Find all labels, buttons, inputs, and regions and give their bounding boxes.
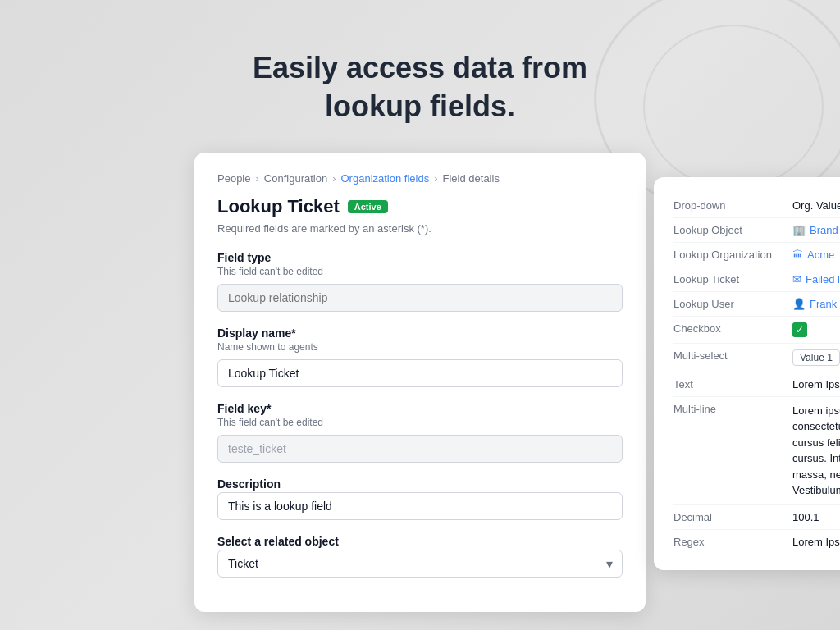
table-row: RegexLorem Ipsum <box>673 529 840 554</box>
field-key-input <box>217 435 623 463</box>
row-value: 100.1 <box>792 504 840 529</box>
building-icon: 🏢 <box>792 224 806 236</box>
table-row: Lookup Object🏢Brand A <box>673 217 840 242</box>
display-name-label: Display name* <box>217 326 623 340</box>
table-row: Decimal100.1 <box>673 504 840 529</box>
hero-title: Easily access data from lookup fields. <box>253 49 587 126</box>
description-label: Description <box>217 477 623 491</box>
required-note: Required fields are marked by an asteris… <box>217 222 623 235</box>
row-label: Multi-line <box>673 396 792 504</box>
ticket-icon: ✉ <box>792 273 801 285</box>
page-content: Easily access data from lookup fields. P… <box>0 0 840 612</box>
table-row: Lookup Organization🏛Acme <box>673 242 840 267</box>
breadcrumb-configuration: Configuration <box>264 172 327 185</box>
field-type-sublabel: This field can't be edited <box>217 266 623 277</box>
breadcrumb-people: People <box>217 172 250 185</box>
row-value: 🏢Brand A <box>792 217 840 242</box>
org-icon: 🏛 <box>792 249 803 261</box>
row-value: 👤Frank Sinatra <box>792 291 840 316</box>
row-label: Text <box>673 372 792 396</box>
row-value: Lorem Ipsum <box>792 529 840 554</box>
field-title-row: Lookup Ticket Active <box>217 196 623 217</box>
display-name-section: Display name* Name shown to agents <box>217 326 623 387</box>
row-value: ✓ <box>792 316 840 343</box>
row-label: Lookup Organization <box>673 242 792 267</box>
field-type-section: Field type This field can't be edited <box>217 251 623 312</box>
breadcrumb-sep-3: › <box>434 172 437 185</box>
row-label: Multi-select <box>673 343 792 372</box>
row-label: Regex <box>673 529 792 554</box>
row-label: Decimal <box>673 504 792 529</box>
row-link[interactable]: 🏛Acme <box>792 249 840 261</box>
breadcrumb-field-details: Field details <box>443 172 500 185</box>
page-title: Lookup Ticket <box>217 196 340 217</box>
description-section: Description <box>217 477 623 520</box>
checkbox-icon: ✓ <box>792 322 807 337</box>
row-value: Value 1Value 2 <box>792 343 840 372</box>
table-row: Lookup User👤Frank Sinatra <box>673 291 840 316</box>
related-object-label: Select a related object <box>217 535 623 548</box>
status-badge: Active <box>348 200 388 213</box>
row-link[interactable]: 🏢Brand A <box>792 224 840 236</box>
breadcrumb-sep-1: › <box>255 172 258 185</box>
field-key-label: Field key* <box>217 402 623 415</box>
row-value: 🏛Acme <box>792 242 840 267</box>
display-name-input[interactable] <box>217 359 623 387</box>
row-label: Lookup User <box>673 291 792 316</box>
display-name-sublabel: Name shown to agents <box>217 341 623 353</box>
table-row: Lookup Ticket✉Failed login on website <box>673 267 840 291</box>
field-type-label: Field type <box>217 251 623 264</box>
table-row: Checkbox✓ <box>673 316 840 343</box>
user-icon: 👤 <box>792 298 806 310</box>
field-key-sublabel: This field can't be edited <box>217 417 623 428</box>
row-value: Lorem ipsum dolor sit amet, consectetur … <box>792 396 840 504</box>
breadcrumb-sep-2: › <box>332 172 336 185</box>
breadcrumb: People › Configuration › Organization fi… <box>217 172 623 185</box>
row-link[interactable]: 👤Frank Sinatra <box>792 298 840 310</box>
table-row: Multi-lineLorem ipsum dolor sit amet, co… <box>673 396 840 504</box>
multiline-value: Lorem ipsum dolor sit amet, consectetur … <box>792 403 840 499</box>
related-object-section: Select a related object TicketOrganizati… <box>217 535 623 578</box>
data-table: Drop-downOrg. Value ALookup Object🏢Brand… <box>673 194 840 554</box>
row-label: Lookup Ticket <box>673 267 792 291</box>
row-value: ✉Failed login on website <box>792 267 840 291</box>
row-value: Lorem Ipsum <box>792 372 840 396</box>
field-type-input <box>217 284 623 312</box>
table-row: TextLorem Ipsum <box>673 372 840 396</box>
related-object-select[interactable]: TicketOrganizationUser <box>217 550 623 578</box>
table-row: Drop-downOrg. Value A <box>673 194 840 218</box>
row-link[interactable]: ✉Failed login on website <box>792 273 840 285</box>
main-card: People › Configuration › Organization fi… <box>194 153 646 612</box>
related-object-select-wrapper: TicketOrganizationUser ▾ <box>217 550 623 578</box>
row-value: Org. Value A <box>792 194 840 218</box>
tag-item: Value 1 <box>792 349 840 366</box>
data-card: Drop-downOrg. Value ALookup Object🏢Brand… <box>654 177 840 570</box>
breadcrumb-org-fields[interactable]: Organization fields <box>341 172 430 185</box>
row-label: Checkbox <box>673 316 792 343</box>
table-row: Multi-selectValue 1Value 2 <box>673 343 840 372</box>
row-label: Drop-down <box>673 194 792 218</box>
row-label: Lookup Object <box>673 217 792 242</box>
field-key-section: Field key* This field can't be edited <box>217 402 623 463</box>
description-input[interactable] <box>217 492 623 520</box>
